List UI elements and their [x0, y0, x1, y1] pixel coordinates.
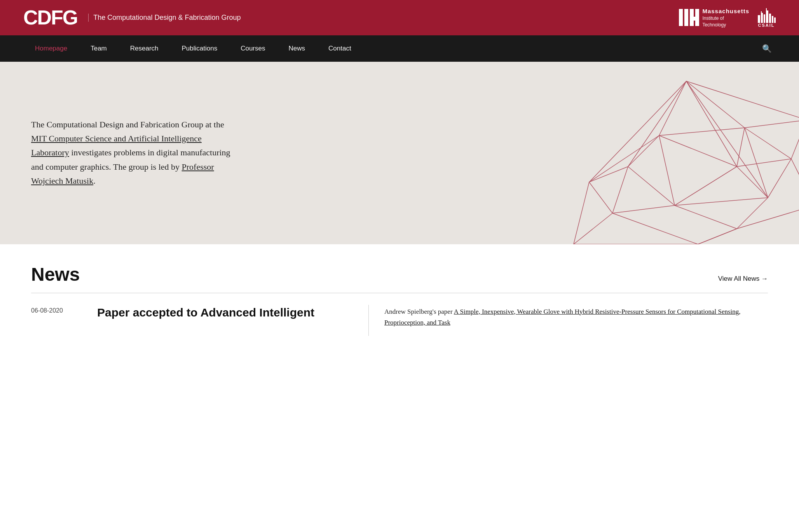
- svg-line-30: [612, 167, 628, 213]
- hero-text-part1: The Computational Design and Fabrication…: [31, 120, 224, 129]
- svg-rect-8: [764, 14, 765, 23]
- news-divider: [31, 293, 768, 293]
- news-vertical-divider: [368, 305, 369, 336]
- news-item-description: Andrew Spielberg's paper A Simple, Inexp…: [384, 305, 768, 329]
- news-date: 06-08-2020: [31, 305, 82, 314]
- svg-line-46: [686, 81, 799, 120]
- cdfg-logo: CDFG: [23, 7, 77, 28]
- nav-research[interactable]: Research: [119, 36, 170, 61]
- main-nav: Homepage Team Research Publications Cour…: [0, 35, 799, 62]
- svg-rect-13: [774, 17, 776, 23]
- svg-line-40: [612, 213, 698, 244]
- svg-line-49: [574, 213, 612, 244]
- svg-rect-9: [766, 10, 768, 23]
- hero-description: The Computational Design and Fabrication…: [0, 94, 264, 211]
- csail-icon: [757, 7, 776, 23]
- hero-text-part3: .: [93, 176, 96, 186]
- svg-rect-1: [684, 9, 688, 26]
- svg-line-14: [686, 81, 745, 128]
- svg-line-23: [628, 136, 659, 167]
- hero-graphic: [550, 62, 799, 244]
- svg-line-17: [628, 81, 686, 167]
- svg-rect-10: [766, 8, 767, 11]
- view-all-news-link[interactable]: View All News →: [718, 275, 768, 283]
- svg-line-37: [612, 205, 675, 213]
- search-icon[interactable]: 🔍: [758, 35, 776, 62]
- svg-line-41: [589, 182, 612, 213]
- svg-line-36: [675, 205, 737, 229]
- svg-rect-12: [772, 16, 773, 23]
- svg-line-38: [737, 205, 799, 229]
- svg-line-16: [686, 81, 737, 167]
- site-subtitle: The Computational Design & Fabrication G…: [88, 14, 241, 22]
- svg-line-47: [589, 81, 686, 182]
- csail-text: CSAIL: [758, 23, 775, 28]
- svg-line-15: [659, 81, 686, 136]
- svg-rect-5: [758, 15, 760, 23]
- svg-line-20: [737, 128, 745, 167]
- mit-label: Massachusetts Institute of Technology: [702, 7, 749, 28]
- svg-line-50: [574, 182, 589, 244]
- header-right: Massachusetts Institute of Technology CS…: [679, 7, 776, 28]
- news-item: 06-08-2020 Paper accepted to Advanced In…: [31, 305, 768, 336]
- nav-publications[interactable]: Publications: [170, 36, 229, 61]
- news-section: News View All News → 06-08-2020 Paper ac…: [0, 244, 799, 359]
- news-section-title: News: [31, 264, 80, 285]
- hero-section: The Computational Design and Fabrication…: [0, 62, 799, 244]
- nav-contact[interactable]: Contact: [317, 36, 363, 61]
- svg-line-31: [768, 159, 791, 198]
- csail-logo: CSAIL: [757, 7, 776, 28]
- nav-courses[interactable]: Courses: [229, 36, 277, 61]
- news-item-title-container: Paper accepted to Advanced Intelligent: [97, 305, 353, 320]
- svg-line-43: [698, 229, 737, 244]
- svg-line-18: [686, 81, 768, 198]
- svg-rect-6: [761, 13, 763, 23]
- news-item-title: Paper accepted to Advanced Intelligent: [97, 305, 353, 320]
- svg-line-45: [745, 120, 799, 128]
- svg-line-29: [628, 167, 675, 205]
- site-header: CDFG The Computational Design & Fabricat…: [0, 0, 799, 35]
- svg-line-48: [589, 136, 659, 182]
- svg-line-33: [675, 198, 768, 205]
- svg-line-24: [659, 136, 737, 167]
- svg-rect-7: [761, 11, 762, 14]
- mit-bars-icon: [679, 9, 699, 26]
- news-header: News View All News →: [31, 264, 768, 285]
- svg-line-25: [659, 136, 675, 205]
- news-desc-pre: Andrew Spielberg's paper: [384, 308, 454, 315]
- nav-homepage[interactable]: Homepage: [23, 36, 79, 61]
- header-left: CDFG The Computational Design & Fabricat…: [23, 7, 241, 28]
- mit-logo: Massachusetts Institute of Technology: [679, 7, 749, 28]
- svg-line-34: [791, 159, 799, 205]
- svg-rect-4: [695, 9, 699, 26]
- svg-line-19: [659, 128, 745, 136]
- svg-line-26: [737, 167, 768, 198]
- svg-rect-0: [679, 9, 683, 26]
- nav-news[interactable]: News: [277, 36, 317, 61]
- svg-line-27: [675, 167, 737, 205]
- svg-line-35: [791, 120, 799, 159]
- nav-team[interactable]: Team: [79, 36, 119, 61]
- svg-line-22: [745, 128, 791, 159]
- svg-rect-11: [769, 14, 771, 23]
- svg-line-28: [737, 159, 791, 167]
